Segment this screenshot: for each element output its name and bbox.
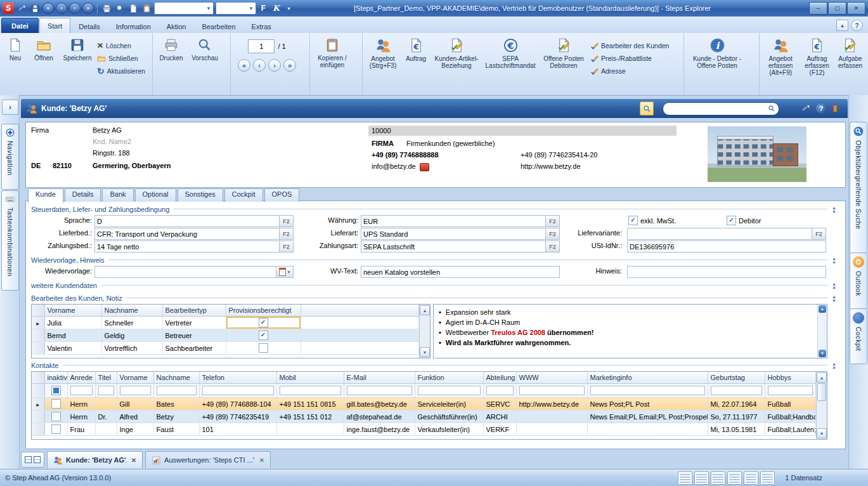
save-icon[interactable] bbox=[29, 3, 41, 14]
adresse-item[interactable]: Adresse bbox=[589, 65, 670, 77]
tab-cockpit[interactable]: Cockpit bbox=[224, 188, 263, 202]
view-icon[interactable] bbox=[678, 471, 692, 485]
wv-text-input[interactable] bbox=[361, 266, 560, 278]
f2-button[interactable]: F2 bbox=[280, 215, 294, 227]
loeschen-button[interactable]: ✕Löschen bbox=[96, 39, 146, 52]
nav-prev-button[interactable]: ‹ bbox=[56, 3, 67, 14]
zahlungsart-input[interactable] bbox=[361, 240, 546, 253]
tab-optional[interactable]: Optional bbox=[135, 188, 176, 202]
section-collapse-icon[interactable]: ▲▲ bbox=[832, 206, 836, 213]
sidebar-tab-objektsuche[interactable]: Objektübergreifende Suche bbox=[850, 122, 867, 254]
section-collapse-icon[interactable]: ▲▲ bbox=[832, 257, 836, 263]
tools-icon[interactable] bbox=[800, 102, 812, 115]
sidebar-tab-cockpit[interactable]: Cockpit bbox=[850, 308, 867, 364]
print-preview-icon[interactable] bbox=[114, 3, 126, 14]
provision-checkbox[interactable]: ✓ bbox=[259, 331, 268, 340]
kunden-artikel-beziehung-button[interactable]: Kunden-Artikel-Beziehung bbox=[431, 34, 483, 87]
scroll-down-icon[interactable]: ▼ bbox=[819, 350, 826, 357]
vorschau-button[interactable]: Vorschau bbox=[188, 34, 222, 87]
kontakt-row[interactable]: ► Herrn Gill Bates +49 (89) 7746888-104 … bbox=[32, 398, 816, 410]
column-header[interactable]: Hobbys bbox=[765, 372, 816, 384]
scroll-up-icon[interactable]: ▲ bbox=[819, 305, 826, 313]
filter-input[interactable] bbox=[202, 386, 274, 395]
f2-button[interactable]: F2 bbox=[280, 228, 294, 240]
view-icon[interactable] bbox=[694, 471, 709, 485]
record-next-button[interactable]: › bbox=[268, 59, 281, 72]
font-combobox[interactable]: ▼ bbox=[154, 2, 214, 15]
offene-posten-debitoren-button[interactable]: Offene Posten Debitoren bbox=[538, 34, 589, 87]
auftrag-erfassen-button[interactable]: Auftrag erfassen (F12) bbox=[800, 34, 834, 87]
window-menu-icon[interactable] bbox=[16, 3, 27, 14]
aufgabe-erfassen-button[interactable]: Aufgabe erfassen bbox=[834, 34, 866, 87]
zahlungsbed-input[interactable] bbox=[94, 240, 280, 253]
view-icon[interactable] bbox=[744, 471, 758, 485]
view-icon[interactable] bbox=[711, 471, 725, 485]
auftrag-button[interactable]: Auftrag bbox=[401, 34, 431, 87]
sidebar-tab-outlook[interactable]: O Outlook bbox=[850, 253, 867, 310]
filter-input[interactable] bbox=[98, 386, 114, 395]
nav-next-button[interactable]: › bbox=[69, 3, 81, 14]
column-header[interactable]: Nachname bbox=[153, 372, 199, 384]
provision-checkbox[interactable]: ✓ bbox=[259, 318, 268, 327]
kopieren-einfuegen-button[interactable]: Kopieren / einfügen bbox=[312, 34, 353, 87]
scroll-up-icon[interactable]: ▲ bbox=[817, 372, 827, 383]
close-tab-icon[interactable]: ✕ bbox=[131, 457, 136, 464]
lieferbed-input[interactable] bbox=[94, 228, 280, 240]
inaktiv-checkbox[interactable] bbox=[51, 399, 61, 409]
section-collapse-icon[interactable]: ▲▲ bbox=[832, 362, 836, 369]
provision-checkbox[interactable] bbox=[259, 343, 268, 353]
lieferart-input[interactable] bbox=[361, 228, 546, 240]
column-header[interactable]: Telefon bbox=[199, 372, 276, 384]
filter-input[interactable] bbox=[280, 386, 341, 395]
wiedervorlage-input[interactable] bbox=[94, 266, 276, 278]
column-header[interactable]: Geburtstag bbox=[708, 372, 765, 384]
tab-details[interactable]: Details bbox=[71, 20, 108, 33]
search-input[interactable] bbox=[666, 104, 768, 113]
vertical-scrollbar[interactable]: ▲ ▼ bbox=[419, 305, 430, 358]
preis-rabattliste-item[interactable]: Preis-/Rabattliste bbox=[589, 52, 670, 65]
record-last-button[interactable]: » bbox=[283, 59, 296, 72]
nav-last-button[interactable]: » bbox=[82, 3, 94, 14]
view-icon[interactable] bbox=[727, 471, 742, 485]
oeffnen-button[interactable]: Öffnen bbox=[29, 34, 59, 87]
hinweis-input[interactable] bbox=[627, 266, 826, 278]
liefervariante-input[interactable] bbox=[627, 228, 812, 240]
filter-input[interactable] bbox=[486, 386, 514, 395]
column-header[interactable]: WWW bbox=[516, 372, 587, 384]
paste-icon[interactable] bbox=[141, 3, 152, 14]
filter-input[interactable] bbox=[711, 386, 762, 395]
column-header[interactable]: E-Mail bbox=[344, 372, 415, 384]
customer-website[interactable]: http://www.betzy.de bbox=[521, 162, 581, 170]
note-scrollbar[interactable]: ▲ ▼ bbox=[817, 305, 827, 358]
ribbon-collapse-icon[interactable]: ▲ bbox=[836, 20, 848, 31]
column-header[interactable]: Anrede bbox=[67, 372, 95, 384]
date-picker-button[interactable]: ▼ bbox=[276, 266, 294, 278]
customer-note-panel[interactable]: •Expansion sehr stark •Agiert im D-A-CH … bbox=[433, 304, 827, 358]
column-header[interactable]: Nachname bbox=[101, 305, 162, 317]
tab-aktion[interactable]: Aktion bbox=[159, 20, 194, 33]
column-header[interactable]: Marketinginfo bbox=[587, 372, 708, 384]
section-collapse-icon[interactable]: ▲▲ bbox=[832, 282, 836, 289]
customer-email[interactable]: info@betzy.de bbox=[372, 162, 416, 170]
neu-button[interactable]: Neu bbox=[2, 34, 29, 87]
column-header[interactable]: Mobil bbox=[276, 372, 344, 384]
inaktiv-checkbox[interactable] bbox=[51, 424, 61, 434]
column-header[interactable]: Vorname bbox=[117, 372, 153, 384]
f2-button[interactable]: F2 bbox=[812, 228, 826, 240]
vertical-scrollbar[interactable]: ▲ ▼ bbox=[816, 372, 827, 439]
copy-icon[interactable] bbox=[127, 3, 139, 14]
inaktiv-filter-checkbox[interactable] bbox=[51, 386, 61, 395]
document-tab-kunde[interactable]: Kunde: 'Betzy AG' ✕ bbox=[47, 451, 143, 468]
maximize-button[interactable]: ▢ bbox=[828, 2, 846, 15]
column-header[interactable]: Funktion bbox=[415, 372, 483, 384]
angebot-button[interactable]: Angebot (Strg+F3) bbox=[365, 34, 401, 87]
angebot-erfassen-button[interactable]: Angebot erfassen (Alt+F9) bbox=[761, 34, 800, 87]
tab-start[interactable]: Start bbox=[39, 18, 70, 33]
close-tab-icon[interactable]: ✕ bbox=[259, 457, 264, 464]
bearbeiter-row[interactable]: Valentin Vortrefflich Sachbearbeiter bbox=[32, 342, 419, 355]
kunde-debitor-offene-posten-button[interactable]: Kunde - Debitor - Offene Posten bbox=[686, 34, 748, 87]
waehrung-input[interactable] bbox=[361, 215, 546, 227]
exkl-mwst-checkbox[interactable]: ✓ bbox=[628, 216, 638, 225]
filter-input[interactable] bbox=[120, 386, 151, 395]
ustid-input[interactable] bbox=[627, 240, 826, 253]
